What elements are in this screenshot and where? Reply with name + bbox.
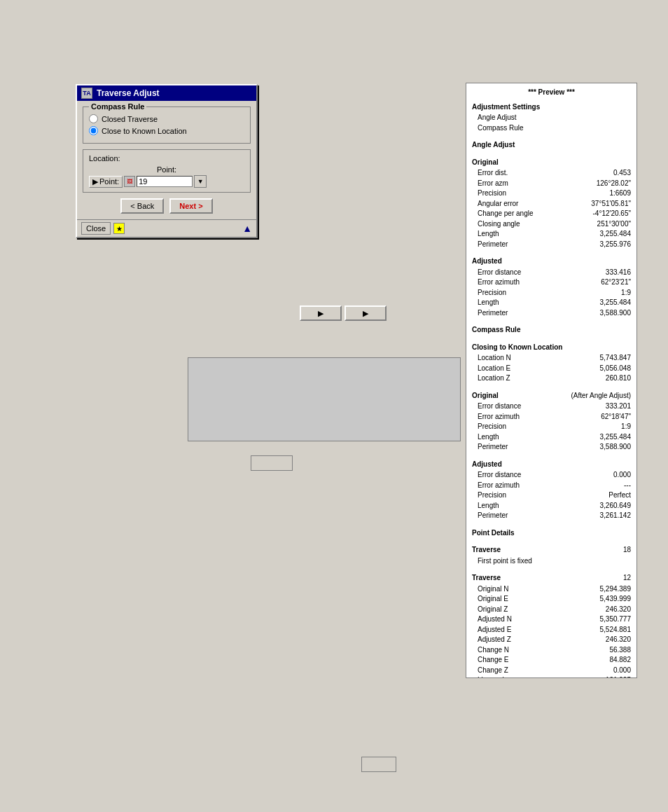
triangle-icon: ▲ — [242, 223, 252, 234]
traverse-12-title: Traverse — [472, 573, 501, 584]
bottom-rect-element — [361, 757, 396, 772]
adjustment-settings-section: Adjustment Settings Angle Adjust Compass… — [472, 102, 631, 134]
compass-rule-section-title: Compass Rule — [472, 325, 631, 336]
compass-rule-setting-value — [582, 123, 631, 134]
closed-traverse-label: Closed Traverse — [102, 115, 158, 123]
angle-adjust-row: Angle Adjust — [472, 113, 631, 123]
toolbar-button-1[interactable]: ▶ — [300, 305, 342, 321]
original-title: Original — [472, 158, 631, 168]
dialog-footer: Close ★ ▲ — [77, 219, 256, 237]
closing-title: Closing to Known Location — [472, 343, 631, 353]
adjusted-title-1: Adjusted — [472, 256, 631, 267]
original-after-angle-section: Original (After Angle Adjust) Error dist… — [472, 391, 631, 453]
toolbar-button-2[interactable]: ▶ — [345, 305, 387, 321]
traverse-12-value: 12 — [582, 573, 631, 584]
dialog-title: Traverse Adjust — [97, 88, 160, 98]
angle-adjust-value — [582, 113, 631, 123]
toolbar-icon-2: ▶ — [363, 309, 368, 318]
adjustment-settings-title: Adjustment Settings — [472, 102, 631, 113]
location-group: Location: Point: ▶ Point: 🖼 ▼ — [83, 149, 251, 193]
angle-adjust-label: Angle Adjust — [472, 113, 517, 123]
point-details-section: Point Details — [472, 528, 631, 539]
toolbar-icon-1: ▶ — [318, 309, 323, 318]
traverse-12-section: Traverse 12 Original N5,294.389 Original… — [472, 573, 631, 678]
point-image-icon: 🖼 — [124, 176, 135, 187]
point-button[interactable]: ▶ Point: — [89, 176, 123, 188]
point-input-row: ▶ Point: 🖼 ▼ — [89, 175, 244, 188]
star-icon: ★ — [113, 223, 125, 234]
dialog-buttons: < Back Next > — [83, 198, 251, 214]
original-after-title: Original — [472, 391, 499, 401]
adjusted-section-1: Adjusted Error distance333.416 Error azi… — [472, 256, 631, 318]
point-details-title: Point Details — [472, 528, 631, 539]
traverse-adjust-dialog: TA Traverse Adjust Compass Rule Closed T… — [76, 84, 258, 238]
closed-traverse-radio[interactable] — [89, 114, 98, 123]
compass-rule-group: Compass Rule Closed Traverse Close to Kn… — [83, 106, 251, 144]
traverse-18-value: 18 — [582, 545, 631, 556]
small-rect-element — [251, 455, 293, 471]
location-label: Location: — [89, 154, 244, 163]
traverse-18-section: Traverse 18 First point is fixed — [472, 545, 631, 566]
original-section: Original Error dist.0.453 Error azm126°2… — [472, 158, 631, 250]
compass-rule-setting-label: Compass Rule — [472, 123, 524, 134]
close-to-known-label: Close to Known Location — [102, 127, 187, 135]
close-button[interactable]: Close — [81, 222, 111, 235]
adjusted-title-2: Adjusted — [472, 460, 631, 470]
map-view-area — [188, 357, 461, 441]
preview-panel: *** Preview *** Adjustment Settings Angl… — [466, 83, 637, 678]
compass-rule-section: Compass Rule — [472, 325, 631, 336]
point-input[interactable] — [137, 176, 193, 187]
traverse-18-title: Traverse — [472, 545, 501, 556]
back-button[interactable]: < Back — [120, 198, 164, 214]
close-to-known-radio[interactable] — [89, 126, 98, 135]
toolbar-area: ▶ ▶ — [300, 305, 387, 321]
point-label: Point: — [89, 165, 244, 174]
preview-title: *** Preview *** — [472, 88, 631, 98]
compass-rule-label: Compass Rule — [89, 102, 146, 111]
next-button[interactable]: Next > — [169, 198, 212, 214]
point-btn-label: Point: — [99, 177, 119, 186]
close-to-known-row[interactable]: Close to Known Location — [89, 126, 244, 135]
angle-adjust-section: Angle Adjust — [472, 140, 631, 151]
compass-rule-row: Compass Rule — [472, 123, 631, 134]
adjusted-section-2: Adjusted Error distance0.000 Error azimu… — [472, 460, 631, 521]
closed-traverse-row[interactable]: Closed Traverse — [89, 114, 244, 123]
closing-section: Closing to Known Location Location N5,74… — [472, 343, 631, 384]
point-dropdown-button[interactable]: ▼ — [194, 175, 207, 188]
angle-adjust-section-title: Angle Adjust — [472, 140, 631, 151]
dialog-titlebar: TA Traverse Adjust — [77, 85, 256, 101]
point-arrow-icon: ▶ — [92, 177, 98, 186]
after-angle-subtitle: (After Angle Adjust) — [571, 391, 631, 402]
dialog-body: Compass Rule Closed Traverse Close to Kn… — [77, 101, 256, 219]
dialog-icon: TA — [81, 88, 92, 99]
